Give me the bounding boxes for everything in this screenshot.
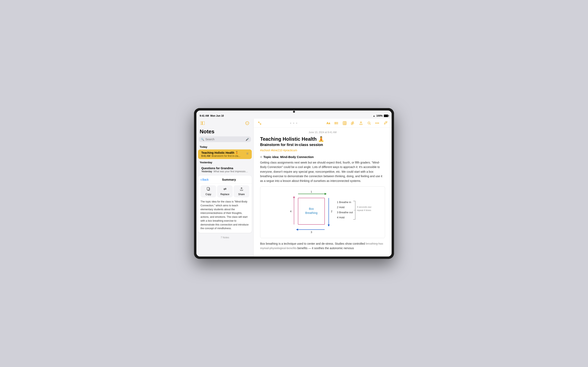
svg-point-19 xyxy=(368,122,370,124)
share-note-icon[interactable] xyxy=(358,120,364,126)
note-title-grandma: Questions for Grandma xyxy=(201,167,249,170)
note-heading: Teaching Holistic Health 🧘 xyxy=(260,136,385,142)
battery-percent: 100% xyxy=(376,114,383,117)
summary-text: The topic idea for the class is "Mind-Bo… xyxy=(198,199,252,231)
note-lines-icon: ≡ xyxy=(246,151,249,156)
svg-marker-24 xyxy=(325,193,327,195)
search-icon: 🔍 xyxy=(201,138,204,141)
more-note-icon[interactable]: ••• xyxy=(374,120,380,126)
sidebar-toggle-icon[interactable] xyxy=(200,120,205,126)
more-options-icon[interactable] xyxy=(244,120,250,126)
front-camera xyxy=(293,111,295,113)
compose-icon[interactable] xyxy=(383,120,388,126)
svg-point-13 xyxy=(335,124,335,124)
svg-rect-14 xyxy=(343,122,346,125)
svg-point-12 xyxy=(335,123,335,123)
section-header-yesterday: Yesterday xyxy=(196,159,253,165)
note-toolbar: • • • Aa xyxy=(254,119,392,128)
note-body-text-2: Box breathing is a technique used to cen… xyxy=(260,242,385,250)
svg-text:4: 4 xyxy=(290,210,291,213)
summary-actions: Copy Replace xyxy=(198,184,252,199)
table-icon[interactable] xyxy=(342,120,347,126)
ipad-frame: 9:41 AM Mon Jun 10 ▲ 100% xyxy=(194,108,394,259)
collapse-icon[interactable] xyxy=(257,120,263,126)
mic-icon[interactable]: 🎤 xyxy=(246,138,249,141)
note-meta-grandma: Yesterday What was your first impression… xyxy=(201,170,249,173)
svg-line-21 xyxy=(386,122,387,123)
status-indicators: ▲ 100% xyxy=(373,114,388,117)
note-title: Teaching Holistic Health 🧘 xyxy=(201,151,245,154)
section-header-today: Today xyxy=(196,144,253,149)
svg-point-3 xyxy=(246,123,247,123)
note-tags: #school #kine210 #practicum xyxy=(260,149,385,152)
battery-icon xyxy=(384,115,388,117)
svg-point-11 xyxy=(335,122,335,123)
note-item-teaching[interactable]: Teaching Holistic Health 🧘 9:41 AM Brain… xyxy=(198,150,252,159)
note-item-grandma[interactable]: Questions for Grandma Yesterday What was… xyxy=(198,165,252,175)
svg-text:repeat 4 times: repeat 4 times xyxy=(357,209,371,211)
search-bar[interactable]: 🔍 🎤 xyxy=(199,136,251,142)
svg-rect-0 xyxy=(200,122,202,125)
toolbar-right: Aa xyxy=(325,120,388,126)
sidebar-toolbar xyxy=(196,119,253,128)
top-bar xyxy=(196,110,392,113)
notes-count: 7 Notes xyxy=(196,234,253,241)
sidebar: Notes 🔍 🎤 Today Teaching Holistic Health… xyxy=(196,119,254,257)
note-content[interactable]: June 10, 2024 at 9:41 AM Teaching Holist… xyxy=(254,128,392,257)
svg-text:3  Breathe out: 3 Breathe out xyxy=(337,211,353,214)
back-button[interactable]: Back xyxy=(200,177,209,182)
svg-marker-30 xyxy=(296,229,298,231)
share-icon xyxy=(240,187,243,192)
share-label: Share xyxy=(238,193,245,196)
toolbar-dots-center: • • • xyxy=(290,122,298,125)
summary-title: Summary xyxy=(209,178,249,181)
app-body: Notes 🔍 🎤 Today Teaching Holistic Health… xyxy=(196,119,392,257)
svg-text:4  Hold: 4 Hold xyxy=(337,216,345,219)
sidebar-title: Notes xyxy=(196,128,253,136)
note-detail: • • • Aa xyxy=(254,119,392,257)
svg-text:3: 3 xyxy=(311,231,312,234)
share-button[interactable]: Share xyxy=(233,185,249,197)
note-date: June 10, 2024 at 9:41 AM xyxy=(260,131,385,134)
svg-rect-7 xyxy=(207,187,209,190)
svg-marker-33 xyxy=(293,196,295,198)
note-body-text: Getting class assignments next week but … xyxy=(260,160,385,183)
toolbar-left xyxy=(257,120,263,126)
back-label: Back xyxy=(202,178,209,181)
svg-text:2  Hold: 2 Hold xyxy=(337,206,345,209)
svg-text:Box: Box xyxy=(309,207,314,210)
summary-panel: Back Summary Copy xyxy=(198,175,252,233)
svg-line-20 xyxy=(370,124,371,125)
copy-button[interactable]: Copy xyxy=(200,185,216,197)
status-time: 9:41 AM Mon Jun 10 xyxy=(200,114,224,117)
search-input[interactable] xyxy=(205,138,244,141)
replace-label: Replace xyxy=(220,193,229,196)
note-subheading: Brainstorm for first in-class session xyxy=(260,143,385,147)
svg-text:2: 2 xyxy=(331,210,332,213)
ipad-screen: 9:41 AM Mon Jun 10 ▲ 100% xyxy=(196,110,392,257)
note-meta: 9:41 AM Brainstorm for first in-cla... xyxy=(201,155,245,157)
svg-text:4 seconds each,: 4 seconds each, xyxy=(357,206,372,208)
attachment-icon[interactable] xyxy=(350,120,356,126)
svg-point-4 xyxy=(247,123,247,123)
box-breathing-svg: 1 2 3 4 xyxy=(274,190,372,235)
box-diagram: 1 2 3 4 xyxy=(260,186,385,238)
svg-text:1  Breathe in: 1 Breathe in xyxy=(337,201,351,204)
status-bar: 9:41 AM Mon Jun 10 ▲ 100% xyxy=(196,113,392,119)
svg-point-5 xyxy=(248,123,248,123)
replace-button[interactable]: Replace xyxy=(217,185,233,197)
note-section-title: Topic idea: Mind-Body Connection xyxy=(260,155,385,159)
summary-nav: Back Summary xyxy=(198,175,252,184)
copy-icon xyxy=(207,187,210,192)
replace-icon xyxy=(223,187,227,192)
checklist-icon[interactable] xyxy=(334,120,339,126)
search-note-icon[interactable] xyxy=(366,120,372,126)
wifi-icon: ▲ xyxy=(373,115,375,117)
svg-text:Breathing: Breathing xyxy=(305,211,318,215)
svg-text:1: 1 xyxy=(311,190,312,193)
format-text-icon[interactable]: Aa xyxy=(325,120,331,126)
chevron-left-icon xyxy=(200,177,202,182)
copy-label: Copy xyxy=(205,193,211,196)
svg-rect-1 xyxy=(202,122,205,125)
svg-marker-27 xyxy=(328,225,330,226)
